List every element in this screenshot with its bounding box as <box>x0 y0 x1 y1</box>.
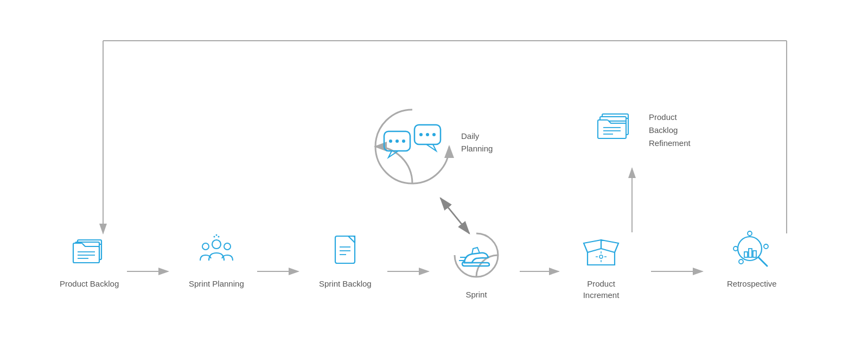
svg-rect-47 <box>744 252 748 257</box>
refinement-label: Product Backlog Refinement <box>649 111 691 150</box>
sprint-label: Sprint <box>465 289 487 300</box>
sprint-node: Sprint <box>449 228 503 300</box>
product-increment-icon <box>579 228 623 271</box>
refinement-icon <box>591 106 640 155</box>
sprint-planning-label: Sprint Planning <box>189 278 244 289</box>
daily-planning-node: Daily Planning <box>369 103 456 190</box>
refinement-node: Product Backlog Refinement <box>591 106 691 155</box>
product-increment-node: ProductIncrement <box>579 228 623 301</box>
daily-planning-icon <box>369 103 456 190</box>
daily-planning-label: Daily Planning <box>461 130 493 155</box>
sprint-backlog-node: Sprint Backlog <box>319 228 372 289</box>
svg-point-27 <box>215 234 217 236</box>
svg-line-39 <box>601 249 615 252</box>
svg-point-23 <box>212 240 221 249</box>
retrospective-node: Retrospective <box>727 228 777 289</box>
svg-point-51 <box>733 246 738 251</box>
sprint-planning-node: Sprint Planning <box>189 228 244 289</box>
svg-point-40 <box>599 255 603 258</box>
svg-point-28 <box>218 236 219 238</box>
product-backlog-node: Product Backlog <box>60 228 119 289</box>
svg-point-62 <box>426 133 429 136</box>
svg-rect-49 <box>753 251 756 257</box>
sprint-backlog-label: Sprint Backlog <box>319 278 372 289</box>
sprint-backlog-icon <box>323 228 367 271</box>
diagram-container: Product Backlog Sprint Planning <box>0 0 868 355</box>
svg-point-26 <box>213 236 215 238</box>
product-increment-label: ProductIncrement <box>583 278 620 301</box>
svg-point-24 <box>202 243 209 250</box>
product-backlog-label: Product Backlog <box>60 278 119 289</box>
svg-point-50 <box>748 231 752 236</box>
svg-line-38 <box>588 249 601 252</box>
svg-point-63 <box>432 133 436 136</box>
svg-point-59 <box>402 140 405 143</box>
svg-rect-48 <box>749 249 752 257</box>
svg-point-53 <box>739 259 743 264</box>
retrospective-icon <box>730 228 774 271</box>
svg-point-61 <box>419 133 423 136</box>
svg-point-52 <box>764 244 768 249</box>
svg-line-46 <box>758 257 767 266</box>
svg-point-58 <box>395 140 399 143</box>
product-backlog-icon <box>68 228 111 271</box>
retrospective-label: Retrospective <box>727 278 777 289</box>
sprint-icon <box>449 228 503 282</box>
svg-point-25 <box>224 243 231 250</box>
sprint-planning-icon <box>195 228 238 271</box>
svg-point-57 <box>389 140 392 143</box>
